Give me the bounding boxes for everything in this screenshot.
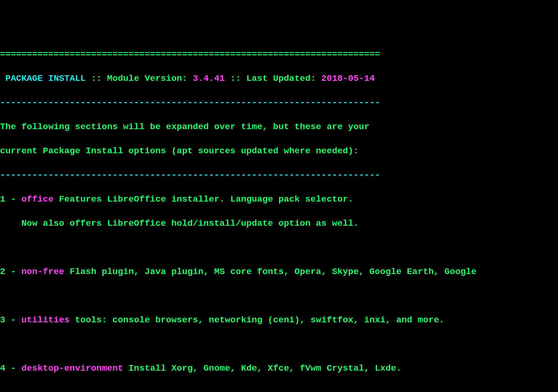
intro-line-1: The following sections will be expanded …	[0, 122, 370, 132]
menu-item-dash: -	[6, 315, 22, 325]
intro-line-2: current Package Install options (apt sou…	[0, 146, 359, 156]
divider-eq-top: ========================================…	[0, 49, 380, 59]
module-version-label: Module Version:	[107, 73, 193, 84]
header-sep-1: ::	[86, 73, 107, 84]
menu-item-num[interactable]: 3	[0, 315, 6, 325]
menu-item-name-desktop-environment[interactable]: desktop-environment	[21, 363, 123, 373]
menu-item-num[interactable]: 1	[0, 194, 6, 204]
header-sep-2: ::	[225, 73, 246, 84]
menu-item-desc: Install Xorg, Gnome, Kde, Xfce, fVwm Cry…	[123, 363, 402, 373]
menu-item-num[interactable]: 2	[0, 267, 6, 277]
divider-dash-1: ----------------------------------------…	[0, 98, 380, 108]
divider-dash-2: ----------------------------------------…	[0, 170, 380, 180]
menu-item-dash: -	[6, 363, 22, 373]
menu-item-desc: Features LibreOffice installer. Language…	[53, 194, 353, 204]
menu-item-name-nonfree[interactable]: non-free	[21, 267, 64, 277]
menu-item-dash: -	[6, 267, 22, 277]
menu-item-name-office[interactable]: office	[21, 194, 53, 204]
menu-item-desc: Flash plugin, Java plugin, MS core fonts…	[64, 267, 477, 277]
last-updated-label: Last Updated:	[246, 73, 321, 84]
module-version: 3.4.41	[193, 73, 225, 84]
header-title-install: INSTALL	[48, 73, 86, 84]
last-updated: 2018-05-14	[321, 73, 375, 84]
menu-item-desc-extra: Now also offers LibreOffice hold/install…	[0, 218, 359, 229]
header-title-package: PACKAGE	[6, 73, 43, 84]
menu-item-dash: -	[6, 194, 22, 204]
menu-item-name-utilities[interactable]: utilities	[21, 315, 70, 325]
menu-item-num[interactable]: 4	[0, 363, 6, 373]
menu-item-desc: tools: console browsers, networking (cen…	[70, 315, 445, 325]
